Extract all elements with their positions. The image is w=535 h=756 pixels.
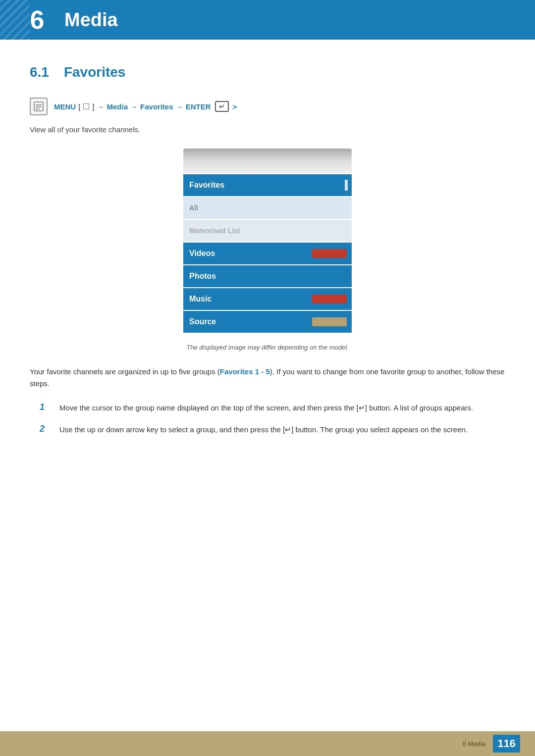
chapter-header: 6 Media: [0, 0, 535, 40]
menu-screenshot: Favorites All Memorised List Videos Phot…: [183, 149, 352, 334]
steps-list: 1 Move the cursor to the group name disp…: [40, 402, 505, 436]
menu-path: MENU [ ] → Media → Favorites → ENTER ↵ >: [30, 98, 505, 115]
step-1: 1 Move the cursor to the group name disp…: [40, 402, 505, 414]
footer-page-number: 116: [493, 735, 520, 753]
section-title: Favorites: [64, 64, 126, 80]
arrow2: →: [130, 102, 138, 111]
music-bar: [312, 295, 347, 303]
arrow1: →: [97, 102, 105, 111]
menu-bracket-box: [83, 103, 89, 109]
step1: Media: [107, 102, 128, 111]
chapter-title: Media: [64, 9, 118, 31]
step-2-number: 2: [40, 424, 50, 434]
section-number: 6.1: [30, 64, 49, 80]
main-content: 6.1 Favorites MENU [ ] → Media → Favorit…: [0, 40, 535, 475]
menu-item-memorised: Memorised List: [183, 220, 352, 242]
step-1-text: Move the cursor to the group name displa…: [59, 402, 473, 414]
bracket-close: ]: [92, 102, 94, 111]
menu-item-favorites: Favorites: [183, 174, 352, 196]
bracket-open: [: [78, 102, 80, 111]
stripe-decoration: [0, 0, 30, 40]
menu-screenshot-container: Favorites All Memorised List Videos Phot…: [30, 149, 505, 334]
menu-item-music: Music: [183, 288, 352, 310]
menu-item-videos: Videos: [183, 243, 352, 264]
videos-bar: [312, 249, 347, 258]
source-bar: [312, 317, 347, 326]
menu-label: MENU: [54, 102, 76, 111]
svg-rect-0: [34, 102, 43, 111]
menu-item-all: All: [183, 197, 352, 219]
footer-label: 6 Media: [463, 740, 485, 748]
enter-icon: ↵: [215, 101, 229, 112]
bold-favorites: Favorites 1 - 5: [220, 367, 270, 376]
step2: Favorites: [140, 102, 173, 111]
section-heading: 6.1 Favorites: [30, 64, 505, 80]
section-description: View all of your favorite channels.: [30, 125, 505, 134]
menu-cursor: [345, 180, 348, 191]
chevron: >: [233, 102, 237, 111]
step-1-number: 1: [40, 402, 50, 412]
step3: ENTER: [186, 102, 211, 111]
body-paragraph: Your favorite channels are organized in …: [30, 366, 505, 390]
osd-header-gradient: [183, 149, 352, 173]
arrow3: →: [176, 102, 183, 111]
step-2-text: Use the up or down arrow key to select a…: [59, 424, 468, 436]
menu-item-source: Source: [183, 311, 352, 333]
menu-icon: [30, 98, 48, 115]
image-note: The displayed image may differ depending…: [30, 344, 505, 351]
menu-item-photos: Photos: [183, 265, 352, 287]
step-2: 2 Use the up or down arrow key to select…: [40, 424, 505, 436]
footer-bar: 6 Media 116: [0, 731, 535, 756]
